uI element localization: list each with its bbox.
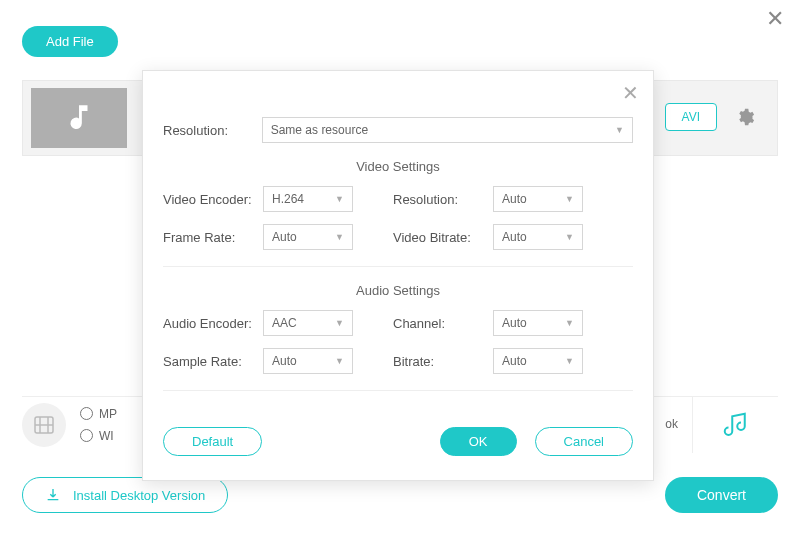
video-encoder-value: H.264 (272, 192, 304, 206)
chevron-down-icon: ▼ (565, 194, 574, 204)
film-icon (32, 413, 56, 437)
format-radios: MP WI (80, 407, 117, 443)
add-file-button[interactable]: Add File (22, 26, 118, 57)
settings-gear-button[interactable] (731, 103, 759, 131)
bitrate-select[interactable]: Auto ▼ (493, 348, 583, 374)
frame-rate-select[interactable]: Auto ▼ (263, 224, 353, 250)
chevron-down-icon: ▼ (565, 356, 574, 366)
format-radio-1-label: MP (99, 407, 117, 421)
resolution-label: Resolution: (163, 123, 262, 138)
audio-tab[interactable] (692, 397, 778, 453)
bitrate-label: Bitrate: (393, 354, 493, 369)
footer: Install Desktop Version Convert (22, 475, 778, 515)
sample-rate-value: Auto (272, 354, 297, 368)
cancel-button[interactable]: Cancel (535, 427, 633, 456)
settings-modal: ✕ Resolution: Same as resource ▼ Video S… (142, 70, 654, 481)
divider (163, 266, 633, 267)
chevron-down-icon: ▼ (335, 356, 344, 366)
download-icon (45, 487, 61, 503)
music-note-icon (62, 101, 96, 135)
audio-encoder-select[interactable]: AAC ▼ (263, 310, 353, 336)
default-button[interactable]: Default (163, 427, 262, 456)
convert-button[interactable]: Convert (665, 477, 778, 513)
chevron-down-icon: ▼ (565, 232, 574, 242)
divider (163, 390, 633, 391)
channel-select[interactable]: Auto ▼ (493, 310, 583, 336)
channel-label: Channel: (393, 316, 493, 331)
resolution2-label: Resolution: (393, 192, 493, 207)
audio-encoder-value: AAC (272, 316, 297, 330)
bitrate-value: Auto (502, 354, 527, 368)
chevron-down-icon: ▼ (335, 318, 344, 328)
format-radio-1[interactable]: MP (80, 407, 117, 421)
frame-rate-value: Auto (272, 230, 297, 244)
video-bitrate-value: Auto (502, 230, 527, 244)
modal-close-button[interactable]: ✕ (622, 81, 639, 105)
format-radio-2-label: WI (99, 429, 114, 443)
file-thumbnail (31, 88, 127, 148)
video-bitrate-select[interactable]: Auto ▼ (493, 224, 583, 250)
frame-rate-label: Frame Rate: (163, 230, 263, 245)
resolution-select[interactable]: Same as resource ▼ (262, 117, 633, 143)
install-desktop-button[interactable]: Install Desktop Version (22, 477, 228, 513)
video-encoder-select[interactable]: H.264 ▼ (263, 186, 353, 212)
install-desktop-label: Install Desktop Version (73, 488, 205, 503)
channel-value: Auto (502, 316, 527, 330)
chevron-down-icon: ▼ (565, 318, 574, 328)
video-format-icon-box[interactable] (22, 403, 66, 447)
ok-hint-text: ok (665, 417, 678, 431)
resolution2-select[interactable]: Auto ▼ (493, 186, 583, 212)
format-avi-button[interactable]: AVI (665, 103, 717, 131)
video-bitrate-label: Video Bitrate: (393, 230, 493, 245)
music-note-icon (721, 410, 751, 440)
chevron-down-icon: ▼ (335, 232, 344, 242)
chevron-down-icon: ▼ (335, 194, 344, 204)
audio-settings-heading: Audio Settings (163, 283, 633, 298)
sample-rate-label: Sample Rate: (163, 354, 263, 369)
video-settings-heading: Video Settings (163, 159, 633, 174)
chevron-down-icon: ▼ (615, 125, 624, 135)
format-radio-2[interactable]: WI (80, 429, 117, 443)
video-encoder-label: Video Encoder: (163, 192, 263, 207)
resolution-select-value: Same as resource (271, 123, 368, 137)
gear-icon (735, 107, 755, 127)
audio-encoder-label: Audio Encoder: (163, 316, 263, 331)
ok-button[interactable]: OK (440, 427, 517, 456)
sample-rate-select[interactable]: Auto ▼ (263, 348, 353, 374)
resolution2-value: Auto (502, 192, 527, 206)
window-close-button[interactable]: ✕ (766, 6, 784, 32)
